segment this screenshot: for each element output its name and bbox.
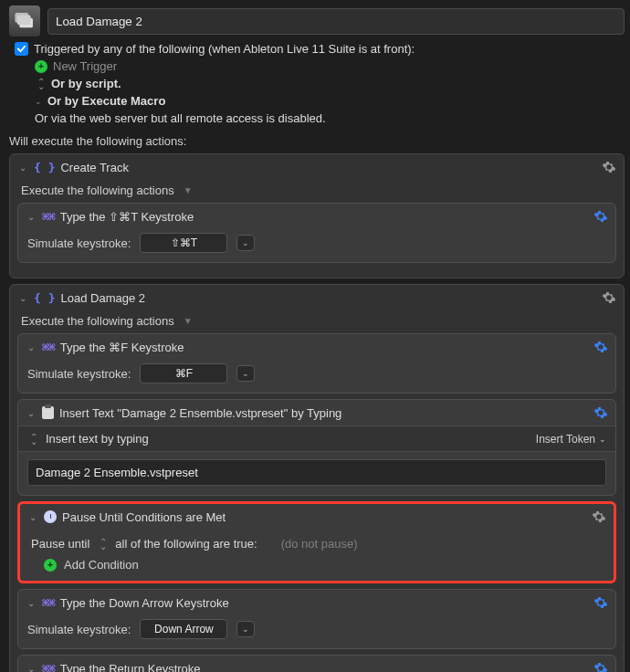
command-icon: ⌘⌘ xyxy=(42,210,55,224)
action-title: Pause Until Conditions are Met xyxy=(62,510,226,524)
gear-icon[interactable] xyxy=(602,160,616,174)
pause-until-label: Pause until xyxy=(31,537,89,551)
action-type-keystroke: ⌄ ⌘⌘ Type the Down Arrow Keystroke Simul… xyxy=(17,589,616,649)
action-type-keystroke: ⌄ ⌘⌘ Type the ⌘F Keystroke Simulate keys… xyxy=(17,333,616,394)
add-condition-label: Add Condition xyxy=(64,558,139,572)
add-condition-icon[interactable] xyxy=(44,559,57,572)
command-icon: ⌘⌘ xyxy=(42,662,55,673)
chevron-down-icon[interactable]: ⌄ xyxy=(26,342,37,352)
or-script-label: Or by script. xyxy=(51,77,121,90)
updown-icon[interactable] xyxy=(27,435,38,444)
keystroke-field[interactable]: ⌘F xyxy=(140,363,227,383)
action-insert-text: ⌄ Insert Text "Damage 2 Ensemble.vstpres… xyxy=(17,399,616,496)
gear-icon[interactable] xyxy=(593,595,608,610)
chevron-down-icon[interactable]: ⌄ xyxy=(26,408,37,418)
or-macro-label: Or by Execute Macro xyxy=(47,94,165,108)
updown-icon[interactable] xyxy=(97,540,108,549)
will-execute-label: Will execute the following actions: xyxy=(9,134,625,148)
all-true-label: all of the following are true: xyxy=(115,537,257,551)
insert-token-button[interactable]: Insert Token⌄ xyxy=(536,433,606,446)
gear-icon[interactable] xyxy=(593,405,608,420)
chevron-down-icon[interactable]: ⌄ xyxy=(26,598,37,608)
action-type-keystroke: ⌄ ⌘⌘ Type the Return Keystroke Simulate … xyxy=(17,655,616,672)
triggered-checkbox[interactable] xyxy=(15,42,28,56)
simulate-label: Simulate keystroke: xyxy=(27,236,131,250)
gear-icon[interactable] xyxy=(593,661,608,672)
macro-title-input[interactable] xyxy=(47,8,625,35)
command-icon: ⌘⌘ xyxy=(42,596,55,610)
updown-icon[interactable] xyxy=(35,79,46,89)
chevron-down-icon[interactable]: ⌄ xyxy=(26,664,37,673)
add-trigger-icon[interactable] xyxy=(35,60,47,73)
gear-icon[interactable] xyxy=(593,209,608,224)
chevron-down-icon[interactable]: ⌄ xyxy=(17,163,28,173)
group-title: Load Damage 2 xyxy=(60,291,145,305)
triangle-down-icon[interactable]: ▼ xyxy=(184,185,193,195)
triangle-down-icon[interactable]: ▼ xyxy=(184,316,193,326)
chevron-down-icon[interactable]: ⌄ xyxy=(17,293,28,303)
insert-mode-label: Insert text by typing xyxy=(46,432,149,446)
action-type-keystroke: ⌄ ⌘⌘ Type the ⇧⌘T Keystroke Simulate key… xyxy=(17,203,616,263)
keystroke-menu[interactable]: ⌄ xyxy=(236,365,255,382)
keystroke-field[interactable]: ⇧⌘T xyxy=(140,233,227,253)
keystroke-menu[interactable]: ⌄ xyxy=(236,235,255,251)
group-create-track: ⌄ { } Create Track Execute the following… xyxy=(9,153,625,278)
keystroke-field[interactable]: Down Arrow xyxy=(140,619,227,639)
action-pause-until: ⌄ Pause Until Conditions are Met Pause u… xyxy=(17,501,616,583)
action-title: Type the ⇧⌘T Keystroke xyxy=(60,210,194,224)
action-title: Insert Text "Damage 2 Ensemble.vstpreset… xyxy=(59,406,341,420)
simulate-label: Simulate keystroke: xyxy=(27,367,131,381)
gear-icon[interactable] xyxy=(592,509,606,524)
new-trigger-label: New Trigger xyxy=(53,59,117,73)
group-load-damage-2: ⌄ { } Load Damage 2 Execute the followin… xyxy=(9,284,625,672)
insert-text-input[interactable]: Damage 2 Ensemble.vstpreset xyxy=(27,459,606,486)
trigger-label: Triggered by any of the following (when … xyxy=(34,42,415,56)
action-title: Type the Return Keystroke xyxy=(60,662,201,673)
exec-following-label: Execute the following actions xyxy=(21,314,174,328)
svg-rect-2 xyxy=(17,16,31,26)
simulate-label: Simulate keystroke: xyxy=(27,623,131,636)
group-title: Create Track xyxy=(60,161,128,174)
action-title: Type the ⌘F Keystroke xyxy=(60,341,184,354)
braces-icon: { } xyxy=(34,291,55,305)
gear-icon[interactable] xyxy=(602,290,616,305)
macro-app-icon xyxy=(9,5,40,37)
clock-icon xyxy=(44,510,57,523)
or-web-label: Or via the web server but all remote acc… xyxy=(35,111,326,125)
exec-following-label: Execute the following actions xyxy=(21,184,174,197)
clipboard-icon xyxy=(42,406,54,419)
pause-hint: (do not pause) xyxy=(281,537,358,551)
chevron-down-icon[interactable]: ⌄ xyxy=(27,512,38,522)
chevron-down-icon[interactable]: ⌄ xyxy=(26,212,37,222)
gear-icon[interactable] xyxy=(593,340,608,354)
action-title: Type the Down Arrow Keystroke xyxy=(60,596,229,610)
caret-down-icon[interactable]: ⌄ xyxy=(35,97,42,106)
braces-icon: { } xyxy=(34,161,55,174)
command-icon: ⌘⌘ xyxy=(42,341,55,354)
keystroke-menu[interactable]: ⌄ xyxy=(236,621,255,637)
